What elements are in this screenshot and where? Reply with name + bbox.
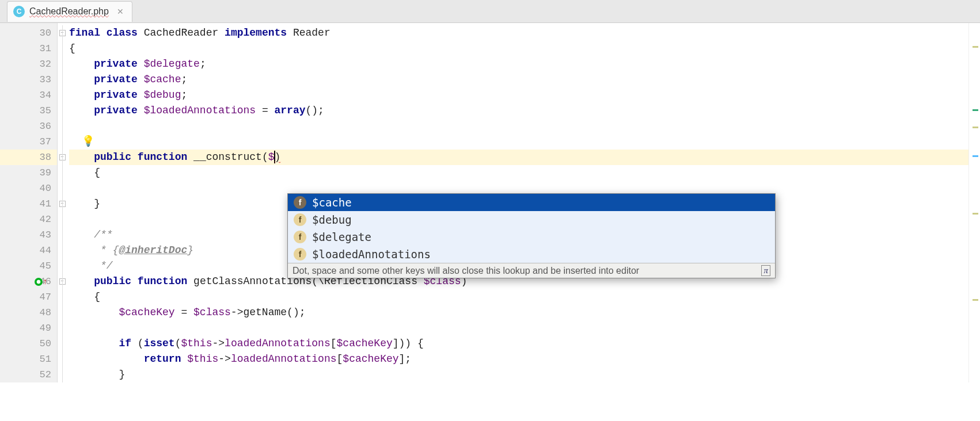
pi-icon[interactable]: π (761, 265, 770, 276)
code-line[interactable]: { (69, 165, 968, 181)
completion-item[interactable]: f$delegate (288, 228, 775, 246)
code-line[interactable] (69, 134, 968, 150)
fold-cell: − (58, 196, 67, 212)
fold-cell (58, 134, 67, 150)
fold-column: −−−− (58, 23, 67, 382)
code-line[interactable] (69, 320, 968, 336)
error-stripe-mark[interactable] (973, 213, 978, 215)
code-line[interactable]: $cacheKey = $class->getName(); (69, 305, 968, 320)
code-line[interactable] (69, 118, 968, 134)
intention-bulb-icon[interactable]: 💡 (82, 135, 94, 147)
fold-cell (58, 305, 67, 320)
gutter-line-number[interactable]: 50 (0, 336, 57, 351)
field-icon: f (294, 196, 306, 209)
autocomplete-popup: f$cachef$debugf$delegatef$loadedAnnotati… (287, 193, 776, 278)
gutter-line-number[interactable]: 37 (0, 134, 57, 150)
gutter-line-number[interactable]: 43 (0, 227, 57, 243)
gutter-line-number[interactable]: 36 (0, 118, 57, 134)
fold-cell: − (58, 150, 67, 165)
gutter-line-number[interactable]: 45 (0, 258, 57, 274)
code-line[interactable]: private $loadedAnnotations = array(); (69, 103, 968, 118)
php-class-icon: C (13, 6, 25, 17)
completion-label: $loadedAnnotations (312, 248, 431, 261)
error-stripe[interactable] (968, 23, 980, 382)
gutter-line-number[interactable]: 41 (0, 196, 57, 212)
gutter-line-number[interactable]: 51 (0, 351, 57, 367)
gutter: 3031323334353637383940414243444546↑47484… (0, 23, 58, 382)
completion-label: $debug (312, 213, 352, 226)
code-line[interactable]: private $delegate; (69, 56, 968, 72)
fold-cell: − (58, 274, 67, 289)
file-tab[interactable]: C CachedReader.php ✕ (7, 1, 132, 22)
code-line[interactable]: { (69, 41, 968, 56)
gutter-line-number[interactable]: 39 (0, 165, 57, 181)
error-stripe-mark[interactable] (973, 46, 978, 48)
field-icon: f (294, 213, 306, 226)
fold-cell (58, 258, 67, 274)
fold-cell (58, 336, 67, 351)
popup-hint: Dot, space and some other keys will also… (288, 263, 775, 278)
gutter-line-number[interactable]: 35 (0, 103, 57, 118)
error-stripe-mark[interactable] (973, 109, 978, 111)
fold-cell (58, 351, 67, 367)
gutter-line-number[interactable]: 31 (0, 41, 57, 56)
gutter-line-number[interactable]: 46↑ (0, 274, 57, 289)
completion-label: $cache (312, 196, 352, 209)
code-line[interactable]: private $debug; (69, 87, 968, 103)
fold-cell (58, 118, 67, 134)
gutter-line-number[interactable]: 48 (0, 305, 57, 320)
close-icon[interactable]: ✕ (117, 7, 124, 16)
popup-hint-text: Dot, space and some other keys will also… (293, 266, 639, 276)
fold-cell (58, 320, 67, 336)
field-icon: f (294, 248, 306, 261)
gutter-line-number[interactable]: 42 (0, 212, 57, 227)
gutter-line-number[interactable]: 44 (0, 243, 57, 258)
gutter-line-number[interactable]: 49 (0, 320, 57, 336)
gutter-line-number[interactable]: 33 (0, 72, 57, 87)
code-line[interactable]: private $cache; (69, 72, 968, 87)
completion-item[interactable]: f$debug (288, 211, 775, 228)
code-line[interactable]: if (isset($this->loadedAnnotations[$cach… (69, 336, 968, 351)
gutter-line-number[interactable]: 47 (0, 289, 57, 305)
fold-cell (58, 103, 67, 118)
code-line[interactable]: return $this->loadedAnnotations[$cacheKe… (69, 351, 968, 367)
code-line[interactable]: } (69, 367, 968, 382)
fold-cell (58, 181, 67, 196)
completion-label: $delegate (312, 231, 371, 243)
completion-item[interactable]: f$cache (288, 194, 775, 211)
gutter-line-number[interactable]: 34 (0, 87, 57, 103)
tab-bar: C CachedReader.php ✕ (0, 0, 980, 23)
error-stripe-mark[interactable] (973, 299, 978, 301)
gutter-line-number[interactable]: 52 (0, 367, 57, 382)
fold-cell (58, 367, 67, 382)
fold-cell (58, 87, 67, 103)
gutter-line-number[interactable]: 32 (0, 56, 57, 72)
arrow-up-icon: ↑ (43, 277, 47, 286)
editor: 3031323334353637383940414243444546↑47484… (0, 23, 980, 382)
field-icon: f (294, 231, 306, 243)
fold-cell (58, 289, 67, 305)
code-line[interactable]: final class CachedReader implements Read… (69, 25, 968, 41)
fold-cell (58, 212, 67, 227)
fold-cell (58, 72, 67, 87)
fold-cell (58, 227, 67, 243)
gutter-line-number[interactable]: 38 (0, 150, 57, 165)
gutter-line-number[interactable]: 30 (0, 25, 57, 41)
gutter-line-number[interactable]: 40 (0, 181, 57, 196)
completion-item[interactable]: f$loadedAnnotations (288, 246, 775, 263)
code-line[interactable]: public function __construct($) (69, 150, 968, 165)
fold-cell: − (58, 25, 67, 41)
error-stripe-mark[interactable] (973, 127, 978, 128)
fold-cell (58, 41, 67, 56)
fold-cell (58, 243, 67, 258)
fold-cell (58, 56, 67, 72)
code-line[interactable]: { (69, 289, 968, 305)
error-stripe-mark[interactable] (973, 155, 978, 157)
fold-cell (58, 165, 67, 181)
tab-filename: CachedReader.php (29, 6, 109, 17)
